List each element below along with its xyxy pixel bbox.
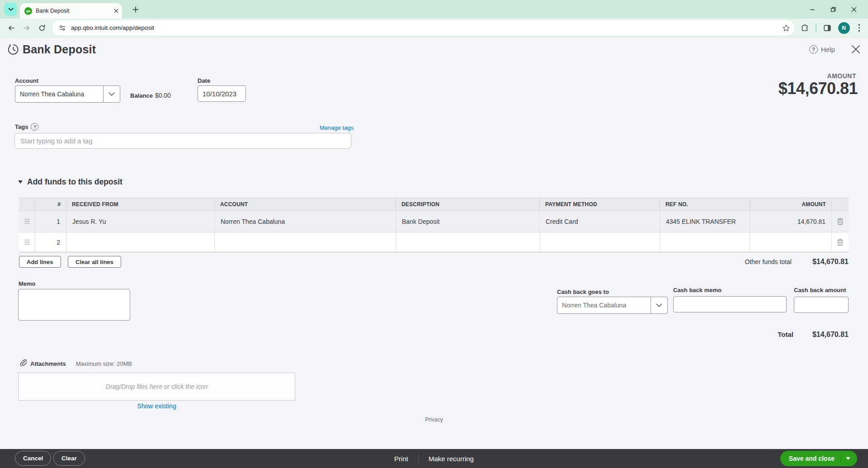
cell-received-from[interactable]: Jesus R. Yu — [66, 211, 215, 232]
close-window-button[interactable] — [844, 0, 864, 19]
minimize-button[interactable] — [802, 0, 823, 19]
tags-label: Tags — [15, 123, 28, 130]
header-num: # — [35, 198, 66, 210]
cell-line-number: 1 — [35, 211, 66, 232]
add-funds-section-toggle[interactable]: Add funds to this deposit — [18, 177, 123, 187]
save-and-close-button[interactable]: Save and close — [780, 451, 857, 466]
bookmark-star-icon[interactable] — [782, 24, 791, 33]
header-amount: AMOUNT — [750, 198, 832, 210]
profile-avatar[interactable]: N — [838, 22, 850, 34]
cash-back-goes-to-select[interactable]: Norren Thea Cabaluna — [557, 297, 668, 314]
url-text[interactable]: app.qbo.intuit.com/app/deposit — [71, 24, 782, 31]
quickbooks-logo-icon: qb — [24, 7, 32, 15]
chevron-down-icon — [8, 8, 14, 11]
attachments-max-size: Maximum size: 20MB — [76, 360, 132, 367]
drag-handle-icon[interactable] — [19, 232, 35, 252]
manage-tags-link[interactable]: Manage tags — [320, 124, 351, 131]
cell-account[interactable]: Norren Thea Cabaluna — [215, 211, 396, 232]
header-description: DESCRIPTION — [396, 198, 540, 210]
back-button[interactable] — [4, 20, 19, 36]
cell-payment-method[interactable] — [540, 232, 660, 252]
dropzone-text: Drag/Drop files here or click the icon — [106, 383, 208, 390]
add-lines-button[interactable]: Add lines — [19, 256, 61, 268]
cell-amount[interactable] — [750, 232, 832, 252]
date-label: Date — [198, 77, 210, 84]
total-value: $14,670.81 — [812, 331, 849, 339]
cell-description[interactable] — [396, 232, 540, 252]
header-trash-column — [832, 198, 849, 210]
print-button[interactable]: Print — [394, 455, 408, 463]
site-settings-icon[interactable] — [59, 24, 66, 32]
chevron-down-icon — [108, 92, 115, 96]
table-row[interactable]: 2 — [19, 232, 849, 252]
table-row[interactable]: 1 Jesus R. Yu Norren Thea Cabaluna Bank … — [19, 210, 849, 232]
delete-row-icon[interactable] — [832, 232, 849, 252]
footer-divider — [418, 454, 419, 463]
cell-ref-no[interactable] — [660, 232, 750, 252]
cell-description[interactable]: Bank Deposit — [396, 211, 540, 232]
forward-button[interactable] — [19, 20, 34, 36]
browser-toolbar: app.qbo.intuit.com/app/deposit N — [0, 19, 868, 38]
clear-button[interactable]: Clear — [53, 451, 85, 466]
cash-back-memo-input[interactable] — [673, 296, 787, 312]
save-and-close-label: Save and close — [789, 455, 835, 462]
paperclip-icon[interactable] — [20, 359, 27, 368]
cell-received-from[interactable] — [66, 232, 215, 252]
funds-table: # RECEIVED FROM ACCOUNT DESCRIPTION PAYM… — [19, 198, 849, 252]
page-title: Bank Deposit — [23, 43, 96, 56]
browser-tab[interactable]: qb Bank Deposit — [20, 3, 122, 19]
account-dropdown-button[interactable] — [103, 86, 120, 102]
attachments-dropzone[interactable]: Drag/Drop files here or click the icon — [18, 373, 295, 401]
close-page-icon[interactable] — [851, 44, 861, 56]
cell-ref-no[interactable]: 4345 ELINK TRANSFER — [660, 211, 750, 232]
privacy-link[interactable]: Privacy — [0, 416, 868, 423]
address-bar[interactable]: app.qbo.intuit.com/app/deposit — [52, 20, 794, 35]
cell-amount[interactable]: 14,670.81 — [750, 211, 832, 232]
balance-value: $0.00 — [155, 92, 171, 99]
back-arrow-icon — [7, 24, 15, 32]
tab-close-icon[interactable] — [114, 9, 118, 13]
forward-arrow-icon — [23, 24, 31, 32]
header-drag-column — [19, 198, 35, 210]
cash-back-amount-input[interactable] — [794, 297, 849, 313]
extensions-icon[interactable] — [801, 24, 809, 32]
other-funds-total-row: Other funds total $14,670.81 — [745, 258, 849, 266]
date-input[interactable] — [198, 85, 246, 102]
header-ref-no: REF NO. — [660, 198, 750, 210]
account-select-value: Norren Thea Cabaluna — [15, 90, 103, 98]
clear-all-lines-button[interactable]: Clear all lines — [68, 256, 121, 268]
help-button[interactable]: ? Help — [809, 45, 835, 54]
drag-handle-icon[interactable] — [19, 211, 35, 232]
show-existing-link[interactable]: Show existing — [18, 402, 295, 410]
delete-row-icon[interactable] — [832, 211, 849, 232]
cash-back-dropdown-button[interactable] — [651, 297, 667, 313]
cash-back-amount-label: Cash back amount — [794, 287, 846, 293]
tab-title: Bank Deposit — [36, 8, 110, 14]
tab-search-button[interactable] — [4, 3, 17, 16]
recent-transactions-icon[interactable] — [7, 43, 19, 57]
restore-button[interactable] — [823, 0, 844, 19]
reload-button[interactable] — [34, 20, 50, 36]
header-payment-method: PAYMENT METHOD — [540, 198, 660, 210]
browser-menu-icon[interactable] — [857, 22, 862, 33]
tags-input[interactable] — [14, 133, 351, 149]
balance-label: Balance — [130, 92, 153, 99]
tags-help-icon[interactable]: ? — [31, 123, 38, 131]
account-select[interactable]: Norren Thea Cabaluna — [15, 85, 120, 103]
total-label: Total — [778, 331, 793, 338]
memo-textarea[interactable] — [18, 289, 130, 321]
cell-account[interactable] — [215, 232, 396, 252]
side-panel-icon[interactable] — [823, 24, 831, 32]
footer-bar: Cancel Clear Print Make recurring Save a… — [0, 449, 868, 468]
save-dropdown-caret-icon[interactable] — [846, 457, 850, 460]
chevron-down-icon — [656, 303, 662, 307]
cash-back-goes-to-value: Norren Thea Cabaluna — [557, 302, 651, 309]
cell-line-number: 2 — [35, 232, 66, 252]
help-icon: ? — [809, 45, 818, 54]
browser-tab-strip: qb Bank Deposit — [0, 0, 868, 19]
cancel-button[interactable]: Cancel — [15, 451, 51, 466]
cell-payment-method[interactable]: Credit Card — [540, 211, 660, 232]
make-recurring-button[interactable]: Make recurring — [429, 455, 474, 463]
new-tab-button[interactable] — [130, 4, 141, 15]
header-received-from: RECEIVED FROM — [66, 198, 215, 210]
